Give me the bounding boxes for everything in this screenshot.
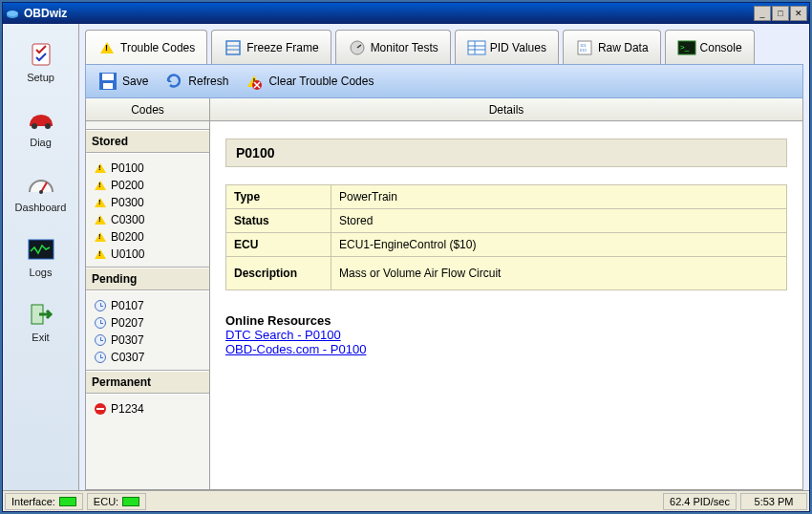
close-button[interactable]: ✕	[790, 6, 807, 21]
permanent-icon	[94, 402, 107, 416]
code-item[interactable]: C0307	[86, 349, 209, 366]
code-item[interactable]: B0200	[86, 228, 209, 246]
sidebar-item-exit[interactable]: Exit	[3, 291, 78, 356]
warning-icon	[94, 161, 107, 175]
table-row: StatusStored	[226, 209, 787, 233]
code-item[interactable]: P0300	[86, 194, 209, 211]
sidebar-item-dashboard[interactable]: Dashboard	[3, 161, 78, 226]
tab-label: Console	[700, 41, 742, 54]
pid-values-icon	[467, 38, 486, 57]
codes-list[interactable]: Stored P0100 P0200 P0300 C0300 B0200 U01…	[86, 121, 209, 489]
pending-icon	[94, 316, 107, 330]
warning-icon	[94, 230, 107, 244]
status-pid-rate: 62.4 PID/sec	[663, 493, 737, 510]
raw-data-icon: 101010	[575, 38, 594, 57]
button-label: Clear Trouble Codes	[268, 75, 374, 88]
svg-rect-13	[468, 41, 485, 54]
svg-rect-23	[102, 74, 114, 80]
svg-point-3	[32, 123, 37, 129]
code-item[interactable]: C0300	[86, 211, 209, 228]
warning-icon	[94, 179, 107, 192]
codes-column: Codes Stored P0100 P0200 P0300 C0300 B02…	[86, 98, 210, 489]
minimize-button[interactable]: _	[754, 6, 771, 21]
console-icon: >_	[677, 38, 696, 57]
obd-codes-link[interactable]: OBD-Codes.com - P0100	[225, 342, 787, 356]
pending-icon	[94, 333, 107, 347]
sidebar-item-label: Diag	[30, 137, 52, 148]
details-column: Details P0100 TypePowerTrain StatusStore…	[210, 98, 802, 489]
maximize-button[interactable]: □	[772, 6, 789, 21]
online-resources-header: Online Resources	[225, 313, 787, 328]
sidebar-item-label: Exit	[32, 332, 49, 343]
tab-label: PID Values	[490, 41, 546, 54]
logs-icon	[26, 234, 56, 265]
refresh-button[interactable]: Refresh	[156, 67, 236, 96]
warning-icon	[97, 38, 117, 57]
code-item[interactable]: P0100	[86, 160, 209, 177]
sidebar-item-diag[interactable]: Diag	[3, 96, 78, 161]
toolbar: Save Refresh Clear Trouble Codes	[85, 64, 803, 98]
dtc-title: P0100	[225, 139, 787, 167]
section-permanent: Permanent	[86, 370, 209, 395]
tab-label: Trouble Codes	[120, 41, 195, 54]
app-title: OBDwiz	[24, 7, 754, 20]
sidebar-item-label: Setup	[27, 72, 54, 83]
warning-icon	[94, 196, 107, 209]
table-row: ECUECU1-EngineControl ($10)	[226, 233, 787, 257]
tab-label: Freeze Frame	[246, 41, 318, 54]
status-time: 5:53 PM	[740, 493, 807, 510]
code-item[interactable]: P0200	[86, 177, 209, 194]
codes-header: Codes	[86, 98, 209, 121]
code-item[interactable]: P0307	[86, 332, 209, 349]
monitor-tests-icon	[348, 38, 367, 57]
tab-monitor-tests[interactable]: Monitor Tests	[335, 30, 451, 64]
dtc-details-table: TypePowerTrain StatusStored ECUECU1-Engi…	[225, 184, 787, 290]
table-row: TypePowerTrain	[226, 185, 787, 209]
pending-icon	[94, 299, 107, 312]
setup-icon	[26, 39, 56, 70]
status-interface: Interface:	[5, 493, 83, 510]
clear-codes-icon	[244, 71, 265, 92]
diag-icon	[26, 104, 56, 135]
svg-rect-24	[103, 83, 113, 89]
sidebar-item-setup[interactable]: Setup	[3, 32, 78, 96]
details-body[interactable]: P0100 TypePowerTrain StatusStored ECUECU…	[210, 121, 802, 489]
ecu-led	[122, 497, 139, 506]
tab-label: Raw Data	[598, 41, 649, 54]
table-row: DescriptionMass or Volume Air Flow Circu…	[226, 257, 787, 290]
code-item[interactable]: U0100	[86, 246, 209, 263]
section-stored: Stored	[86, 129, 209, 154]
tab-console[interactable]: >_ Console	[665, 30, 755, 64]
statusbar: Interface: ECU: 62.4 PID/sec 5:53 PM	[3, 490, 809, 511]
dtc-search-link[interactable]: DTC Search - P0100	[225, 328, 787, 342]
clear-codes-button[interactable]: Clear Trouble Codes	[236, 67, 381, 96]
svg-point-1	[7, 11, 18, 16]
save-icon	[97, 71, 118, 92]
tab-pid-values[interactable]: PID Values	[455, 30, 559, 64]
code-item[interactable]: P0107	[86, 297, 209, 314]
warning-icon	[94, 247, 107, 261]
sidebar-item-label: Dashboard	[15, 202, 67, 213]
svg-rect-9	[226, 41, 240, 54]
status-ecu: ECU:	[87, 493, 146, 510]
tab-label: Monitor Tests	[371, 41, 438, 54]
sidebar-item-label: Logs	[30, 267, 53, 278]
svg-rect-2	[32, 44, 50, 65]
button-label: Refresh	[188, 75, 228, 88]
exit-icon	[26, 299, 56, 330]
svg-point-4	[45, 123, 51, 129]
sidebar-item-logs[interactable]: Logs	[3, 226, 78, 291]
tab-trouble-codes[interactable]: Trouble Codes	[85, 30, 207, 64]
warning-icon	[94, 213, 107, 226]
titlebar: OBDwiz _ □ ✕	[3, 3, 809, 24]
tabstrip: Trouble Codes Freeze Frame Monitor Tests…	[85, 30, 803, 64]
refresh-icon	[163, 71, 184, 92]
section-pending: Pending	[86, 267, 209, 291]
svg-text:010: 010	[580, 48, 587, 53]
tab-raw-data[interactable]: 101010 Raw Data	[563, 30, 661, 64]
svg-point-6	[39, 190, 43, 194]
code-item[interactable]: P1234	[86, 400, 209, 418]
tab-freeze-frame[interactable]: Freeze Frame	[211, 30, 331, 64]
save-button[interactable]: Save	[90, 67, 156, 96]
code-item[interactable]: P0207	[86, 314, 209, 332]
